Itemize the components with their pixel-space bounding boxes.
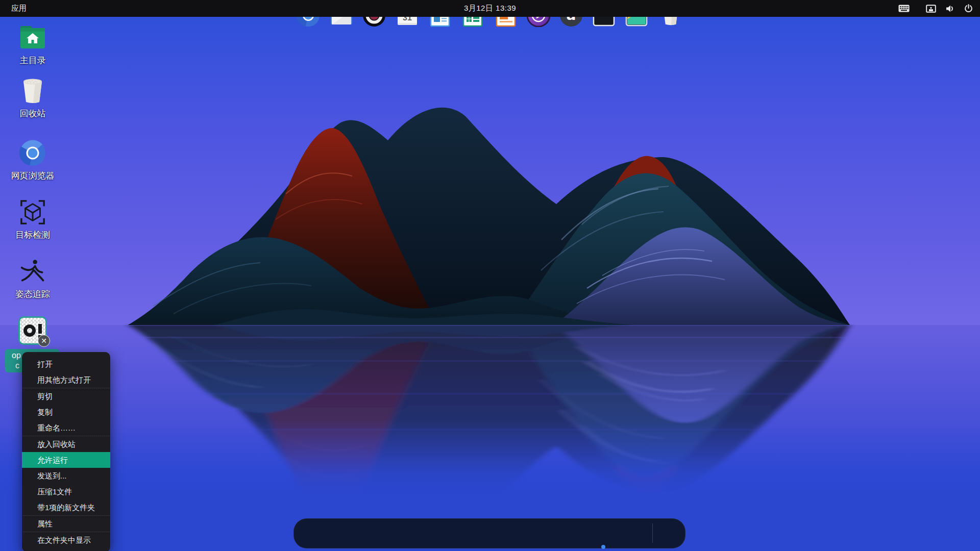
menu-item-open-with[interactable]: 用其他方式打开 xyxy=(22,372,110,388)
desktop-icon-object-detection[interactable]: 目标检测 xyxy=(8,199,57,240)
trash-icon xyxy=(19,78,46,104)
menu-item-rename[interactable]: 重命名…… xyxy=(22,420,110,436)
applications-menu-label: 应用 xyxy=(11,4,27,13)
clock[interactable]: 3月12日 13:39 xyxy=(464,0,516,17)
object-detection-icon xyxy=(19,199,46,226)
menu-item-copy[interactable]: 复制 xyxy=(22,404,110,420)
menu-item-allow-launching[interactable]: 允许运行 xyxy=(22,452,110,468)
menu-item-open[interactable]: 打开 xyxy=(22,356,110,372)
chromium-icon xyxy=(19,140,46,166)
volume-icon[interactable] xyxy=(945,5,955,13)
clock-label: 3月12日 13:39 xyxy=(464,4,516,13)
keyboard-icon[interactable] xyxy=(898,5,910,12)
menu-item-move-to-trash[interactable]: 放入回收站 xyxy=(22,436,110,452)
desktop-icon-label: 回收站 xyxy=(20,109,46,119)
system-tray[interactable] xyxy=(895,0,976,17)
network-icon[interactable] xyxy=(926,5,936,13)
menu-item-show-in-folder[interactable]: 在文件夹中显示 xyxy=(22,532,110,548)
desktop-icon-web-browser[interactable]: 网页浏览器 xyxy=(8,140,57,181)
desktop-icon-label: 网页浏览器 xyxy=(11,171,55,181)
menu-item-compress[interactable]: 压缩1文件 xyxy=(22,484,110,499)
power-icon[interactable] xyxy=(964,4,973,13)
pose-tracking-icon xyxy=(19,258,46,285)
menu-item-cut[interactable]: 剪切 xyxy=(22,388,110,404)
desktop-icon-label: 姿态追踪 xyxy=(15,289,50,299)
menu-item-new-folder-with-item[interactable]: 带1项的新文件夹 xyxy=(22,499,110,515)
unverified-x-badge: ✕ xyxy=(38,335,50,347)
wallpaper-image xyxy=(0,0,980,551)
desktop-icon-home[interactable]: 主目录 xyxy=(8,24,57,66)
desktop-icon-pose-tracking[interactable]: 姿态追踪 xyxy=(8,258,57,299)
desktop-icon-trash[interactable]: 回收站 xyxy=(8,78,57,119)
menu-item-send-to[interactable]: 发送到... xyxy=(22,468,110,484)
desktop-root: 应用 3月12日 13:39 xyxy=(0,0,980,551)
dock xyxy=(293,518,685,548)
applications-menu[interactable]: 应用 xyxy=(7,0,31,17)
dock-separator xyxy=(652,523,653,543)
home-folder-icon xyxy=(19,24,46,51)
desktop-icon-oi-file[interactable]: ✕ xyxy=(8,316,57,345)
context-menu: 打开 用其他方式打开 剪切 复制 重命名…… 放入回收站 允许运行 发送到...… xyxy=(22,352,110,551)
terminal-running-indicator xyxy=(601,545,605,549)
menu-item-properties[interactable]: 属性 xyxy=(22,516,110,532)
desktop-icon-label: 主目录 xyxy=(20,56,46,66)
desktop-icon-label: 目标检测 xyxy=(15,230,50,240)
oi-logo-circle xyxy=(23,324,36,337)
top-bar: 应用 3月12日 13:39 xyxy=(0,0,980,17)
